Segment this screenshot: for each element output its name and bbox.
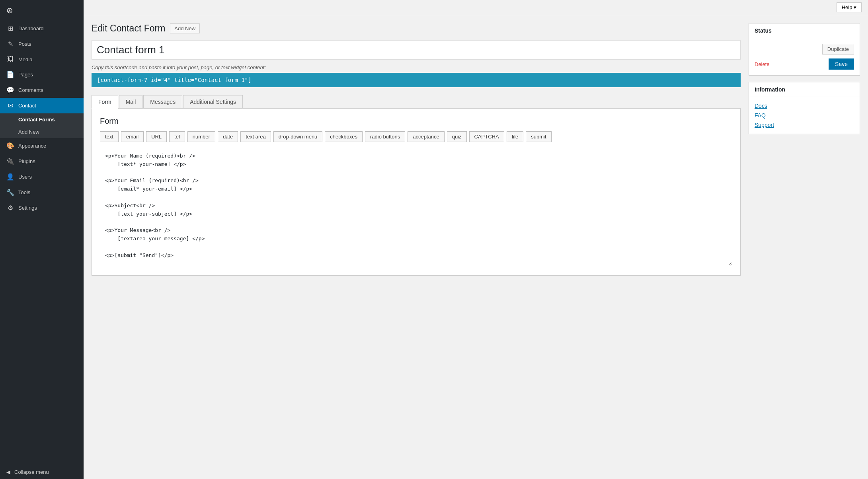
form-panel-title: Form: [100, 117, 732, 126]
field-button-date[interactable]: date: [218, 131, 238, 142]
field-button-acceptance[interactable]: acceptance: [408, 131, 445, 142]
field-button-drop-down-menu[interactable]: drop-down menu: [273, 131, 323, 142]
tabs: Form Mail Messages Additional Settings: [92, 95, 741, 109]
sidebar-item-settings[interactable]: ⚙ Settings: [0, 200, 84, 216]
field-button-radio-buttons[interactable]: radio buttons: [365, 131, 405, 142]
topbar: Help ▾: [84, 0, 868, 15]
sidebar-item-label: Comments: [18, 87, 43, 93]
sidebar-subitem-add-new[interactable]: Add New: [0, 126, 84, 138]
sidebar-item-appearance[interactable]: 🎨 Appearance: [0, 138, 84, 154]
sidebar-item-label: Appearance: [18, 143, 46, 149]
info-link-docs[interactable]: Docs: [755, 103, 854, 109]
collapse-menu-button[interactable]: ◀ Collapse menu: [0, 465, 84, 479]
status-widget-title: Status: [749, 23, 860, 38]
page-title-row: Edit Contact Form Add New: [92, 23, 741, 34]
pages-icon: 📄: [6, 71, 14, 78]
main-content: Help ▾ Edit Contact Form Add New Copy th…: [84, 0, 868, 479]
tab-form[interactable]: Form: [92, 95, 118, 109]
info-link-support[interactable]: Support: [755, 122, 854, 128]
tab-additional-settings[interactable]: Additional Settings: [183, 95, 243, 108]
sidebar-subitem-contact-forms[interactable]: Contact Forms: [0, 113, 84, 126]
collapse-menu-label: Collapse menu: [14, 469, 49, 475]
tools-icon: 🔧: [6, 189, 14, 196]
sidebar-item-label: Users: [18, 174, 32, 180]
sidebar-item-dashboard[interactable]: ⊞ Dashboard: [0, 21, 84, 36]
field-button-quiz[interactable]: quiz: [447, 131, 467, 142]
form-title-input[interactable]: [92, 40, 741, 60]
wp-logo-icon: ⊛: [6, 6, 13, 15]
sidebar: ⊛ ⊞ Dashboard ✎ Posts 🖼 Media 📄 Pages 💬 …: [0, 0, 84, 479]
sidebar-item-users[interactable]: 👤 Users: [0, 169, 84, 185]
status-widget: Status Duplicate Delete Save: [749, 23, 860, 76]
field-button-text-area[interactable]: text area: [240, 131, 271, 142]
sidebar-item-pages[interactable]: 📄 Pages: [0, 67, 84, 82]
sidebar-item-tools[interactable]: 🔧 Tools: [0, 185, 84, 200]
tab-messages[interactable]: Messages: [143, 95, 182, 108]
field-button-email[interactable]: email: [121, 131, 144, 142]
sidebar-item-label: Posts: [18, 41, 31, 47]
add-new-button[interactable]: Add New: [170, 23, 200, 33]
sidebar-item-label: Media: [18, 56, 32, 62]
information-widget: Information DocsFAQSupport: [749, 82, 860, 134]
sidebar-item-label: Contact: [18, 103, 36, 109]
sidebar-contact-submenu: Contact Forms Add New: [0, 113, 84, 138]
sidebar-item-label: Settings: [18, 205, 37, 211]
right-sidebar: Status Duplicate Delete Save Information…: [749, 23, 860, 471]
tab-mail[interactable]: Mail: [119, 95, 143, 108]
posts-icon: ✎: [6, 40, 14, 48]
sidebar-item-comments[interactable]: 💬 Comments: [0, 82, 84, 98]
collapse-arrow-icon: ◀: [6, 469, 10, 475]
field-button-captcha[interactable]: CAPTCHA: [469, 131, 504, 142]
information-links: DocsFAQSupport: [749, 97, 860, 134]
help-button[interactable]: Help ▾: [837, 2, 862, 12]
settings-icon: ⚙: [6, 204, 14, 212]
field-buttons: textemailURLtelnumberdatetext areadrop-d…: [100, 131, 732, 142]
sidebar-item-plugins[interactable]: 🔌 Plugins: [0, 154, 84, 169]
sidebar-item-label: Pages: [18, 72, 33, 78]
media-icon: 🖼: [6, 56, 14, 63]
field-button-file[interactable]: file: [507, 131, 524, 142]
sidebar-item-label: Dashboard: [18, 25, 44, 31]
info-link-faq[interactable]: FAQ: [755, 112, 854, 119]
sidebar-item-posts[interactable]: ✎ Posts: [0, 36, 84, 52]
contact-icon: ✉: [6, 102, 14, 109]
delete-link[interactable]: Delete: [755, 61, 770, 67]
appearance-icon: 🎨: [6, 142, 14, 150]
shortcode-box[interactable]: [contact-form-7 id="4" title="Contact fo…: [92, 73, 741, 87]
field-button-checkboxes[interactable]: checkboxes: [325, 131, 363, 142]
plugins-icon: 🔌: [6, 158, 14, 165]
shortcode-label: Copy this shortcode and paste it into yo…: [92, 64, 741, 70]
main-panel: Edit Contact Form Add New Copy this shor…: [92, 23, 741, 471]
field-button-url[interactable]: URL: [146, 131, 167, 142]
duplicate-button[interactable]: Duplicate: [822, 44, 854, 55]
users-icon: 👤: [6, 173, 14, 181]
sidebar-item-media[interactable]: 🖼 Media: [0, 52, 84, 67]
content-area: Edit Contact Form Add New Copy this shor…: [84, 15, 868, 479]
field-button-tel[interactable]: tel: [169, 131, 185, 142]
widget-actions: Delete Save: [755, 58, 854, 70]
sidebar-item-label: Tools: [18, 189, 30, 195]
sidebar-item-label: Plugins: [18, 158, 35, 164]
field-button-number[interactable]: number: [187, 131, 215, 142]
code-editor[interactable]: [100, 147, 732, 266]
sidebar-logo: ⊛: [0, 0, 84, 21]
page-title: Edit Contact Form: [92, 23, 165, 34]
information-widget-title: Information: [749, 82, 860, 97]
field-button-text[interactable]: text: [100, 131, 119, 142]
status-widget-content: Duplicate Delete Save: [749, 38, 860, 75]
field-button-submit[interactable]: submit: [526, 131, 551, 142]
comments-icon: 💬: [6, 86, 14, 94]
save-button[interactable]: Save: [829, 58, 854, 70]
sidebar-item-contact[interactable]: ✉ Contact: [0, 98, 84, 113]
form-panel: Form textemailURLtelnumberdatetext aread…: [92, 109, 741, 276]
dashboard-icon: ⊞: [6, 25, 14, 32]
